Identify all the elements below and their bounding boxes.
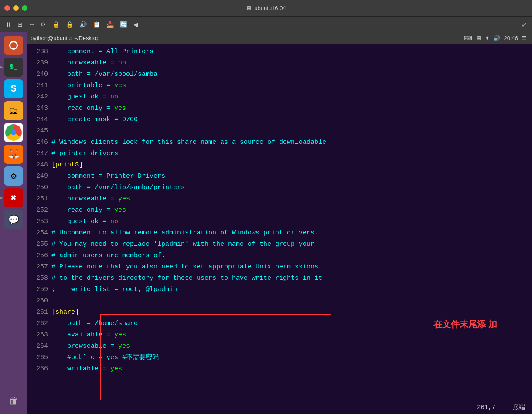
sidebar-item-ubuntu[interactable]	[4, 36, 23, 55]
copy-button[interactable]: ⊟	[15, 20, 25, 29]
menu-icon: ☰	[522, 35, 527, 41]
code-line-238: 238 comment = All Printers	[27, 46, 532, 58]
code-line-256: 256 # admin users are members of.	[27, 250, 532, 261]
path-text: python@ubuntu: ~/Desktop	[31, 35, 99, 41]
code-line-266: 266 writable = yes	[27, 363, 532, 375]
sidebar-item-burst[interactable]: ✖	[4, 188, 23, 207]
code-line-258: 258 # to the drivers directory for these…	[27, 273, 532, 284]
back-button[interactable]: ◀	[131, 20, 141, 29]
code-line-246: 246 # Windows clients look for this shar…	[27, 137, 532, 148]
main-area: ▶ $_ S 🗂 🦊 ⚙ ▶ ✖	[0, 32, 532, 414]
sidebar-item-messaging[interactable]: 💬	[4, 210, 23, 229]
code-line-251: 251 browseable = yes	[27, 193, 532, 205]
code-line-261: 261 [share]	[27, 307, 532, 318]
refresh-button[interactable]: ⟳	[38, 20, 49, 29]
titlebar: 🖥 ubuntu16.04 ⏸ ⊟ ↔ ⟳ 🔒 🔒 🔊 📋 📥 🔄 ◀ ⤢	[0, 0, 532, 32]
volume-icon: 🔊	[493, 35, 500, 41]
lock2-button[interactable]: 🔒	[63, 20, 76, 29]
code-line-243: 243 read only = yes	[27, 103, 532, 114]
sync-button[interactable]: 🔄	[117, 20, 130, 29]
annotation-text: 在文件末尾添 加	[433, 318, 497, 330]
code-line-242: 242 guest ok = no	[27, 92, 532, 103]
toolbar: ⏸ ⊟ ↔ ⟳ 🔒 🔒 🔊 📋 📥 🔄 ◀ ⤢	[0, 17, 532, 32]
sidebar-item-skype[interactable]: S	[4, 79, 23, 98]
code-line-264: 264 browseable = yes	[27, 341, 532, 352]
code-line-250: 250 path = /var/lib/samba/printers	[27, 182, 532, 193]
pathbar: python@ubuntu: ~/Desktop ⌨ 🖥 ✦ 🔊 20:46 ☰	[27, 32, 532, 44]
download-button[interactable]: 📥	[104, 20, 116, 29]
sidebar-trash[interactable]: 🗑	[4, 391, 23, 411]
pause-button[interactable]: ⏸	[3, 20, 14, 29]
sidebar-item-files[interactable]: 🗂	[4, 101, 23, 120]
keyboard-icon: ⌨	[464, 35, 472, 41]
code-line-265: 265 #public = yes #不需要密码	[27, 352, 532, 363]
code-line-259: 259 ; write list = root, @lpadmin	[27, 284, 532, 295]
editor-mode: 底端	[513, 404, 525, 411]
statusbar: 261,7 底端	[27, 400, 532, 414]
code-line-249: 249 comment = Printer Drivers	[27, 171, 532, 182]
sidebar-item-terminal[interactable]: $_	[4, 58, 23, 77]
code-line-247: 247 # printer drivers	[27, 148, 532, 159]
maximize-button[interactable]	[22, 5, 27, 11]
cursor-position: 261,7	[477, 404, 495, 411]
code-line-260: 260	[27, 295, 532, 307]
code-line-245: 245	[27, 126, 532, 137]
window-title: 🖥 ubuntu16.04	[246, 5, 286, 11]
code-line-254: 254 # Uncomment to allow remote administ…	[27, 227, 532, 239]
sidebar-item-chrome[interactable]	[4, 123, 23, 142]
bluetooth-icon: ✦	[485, 35, 490, 41]
close-button[interactable]	[4, 5, 10, 11]
fullscreen-button[interactable]: ⤢	[519, 20, 529, 29]
window-controls[interactable]	[4, 5, 27, 11]
nav-button[interactable]: ↔	[26, 20, 38, 29]
volume-button[interactable]: 🔊	[77, 20, 89, 29]
code-line-263: 263 available = yes	[27, 329, 532, 341]
title-icon: 🖥	[246, 5, 252, 11]
code-line-248: 248 [print$]	[27, 159, 532, 171]
time-display: 20:46	[504, 35, 518, 41]
code-line-257: 257 # Please note that you also need to …	[27, 261, 532, 273]
minimize-button[interactable]	[13, 5, 19, 11]
code-line-255: 255 # You may need to replace 'lpadmin' …	[27, 239, 532, 250]
code-line-252: 252 read only = yes	[27, 205, 532, 216]
code-line-240: 240 path = /var/spool/samba	[27, 69, 532, 80]
terminal-window: python@ubuntu: ~/Desktop ⌨ 🖥 ✦ 🔊 20:46 ☰…	[27, 32, 532, 414]
code-line-253: 253 guest ok = no	[27, 216, 532, 227]
clipboard-button[interactable]: 📋	[90, 20, 103, 29]
display-icon: 🖥	[476, 35, 481, 41]
code-line-244: 244 create mask = 0700	[27, 114, 532, 126]
code-line-241: 241 printable = yes	[27, 80, 532, 92]
sidebar-item-firefox[interactable]: 🦊	[4, 145, 23, 164]
sidebar-item-settings[interactable]: ⚙	[4, 166, 23, 186]
sidebar: ▶ $_ S 🗂 🦊 ⚙ ▶ ✖	[0, 32, 27, 414]
code-area[interactable]: 238 comment = All Printers 239 browseabl…	[27, 44, 532, 400]
code-line-239: 239 browseable = no	[27, 58, 532, 69]
lock1-button[interactable]: 🔒	[50, 20, 62, 29]
